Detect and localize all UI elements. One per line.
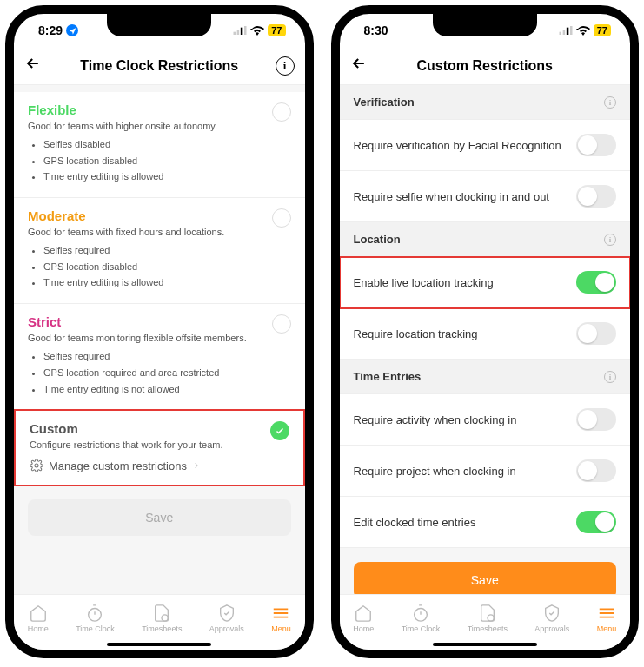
- toggle-off[interactable]: [576, 185, 616, 208]
- wifi-icon: [250, 25, 264, 36]
- info-icon[interactable]: i: [604, 371, 616, 383]
- tabbar: Home Time Clock Timesheets Approvals Men…: [14, 594, 305, 650]
- status-time: 8:30: [364, 23, 388, 37]
- radio-checked[interactable]: [270, 421, 289, 440]
- toggle-off[interactable]: [576, 134, 616, 156]
- back-button[interactable]: [350, 55, 368, 76]
- svg-rect-9: [567, 28, 569, 35]
- document-icon: [152, 604, 171, 623]
- radio-unchecked[interactable]: [272, 314, 291, 334]
- home-icon: [29, 604, 48, 623]
- option-bullet: Selfies required: [43, 348, 291, 365]
- row-facial-recognition[interactable]: Require verification by Facial Recogniti…: [340, 120, 631, 171]
- tab-time-clock[interactable]: Time Clock: [402, 604, 441, 633]
- tab-approvals[interactable]: Approvals: [209, 604, 244, 633]
- tab-menu[interactable]: Menu: [597, 604, 617, 633]
- section-verification: Verification i: [340, 85, 631, 120]
- header: Time Clock Restrictions i: [14, 47, 305, 85]
- option-title: Custom: [30, 421, 289, 436]
- status-time: 8:29: [38, 23, 63, 37]
- option-bullet: GPS location required and area restricte…: [43, 365, 291, 381]
- option-title: Moderate: [28, 208, 291, 223]
- document-icon: [478, 604, 497, 623]
- option-strict[interactable]: Strict Good for teams monitoring flexibl…: [14, 304, 305, 410]
- radio-unchecked[interactable]: [272, 208, 291, 228]
- row-edit-time-entries[interactable]: Edit clocked time entries: [340, 497, 631, 548]
- info-button[interactable]: i: [276, 56, 295, 76]
- notch: [107, 14, 211, 36]
- shield-check-icon: [542, 604, 561, 623]
- back-button[interactable]: [24, 55, 42, 76]
- tab-menu[interactable]: Menu: [271, 604, 291, 633]
- manage-custom-link[interactable]: Manage custom restrictions: [30, 459, 289, 472]
- svg-rect-7: [559, 32, 561, 35]
- content: Verification i Require verification by F…: [340, 85, 631, 594]
- row-require-location[interactable]: Require location tracking: [340, 308, 631, 360]
- cellular-icon: [559, 26, 573, 35]
- header: Custom Restrictions: [340, 47, 631, 85]
- wifi-icon: [576, 25, 590, 36]
- svg-rect-1: [237, 30, 240, 35]
- tab-timesheets[interactable]: Timesheets: [468, 604, 508, 633]
- stopwatch-icon: [411, 604, 430, 623]
- radio-unchecked[interactable]: [272, 102, 291, 122]
- option-moderate[interactable]: Moderate Good for teams with fixed hours…: [14, 198, 305, 304]
- home-icon: [354, 604, 373, 623]
- row-require-project[interactable]: Require project when clocking in: [340, 446, 631, 497]
- menu-icon: [271, 604, 290, 623]
- page-title: Custom Restrictions: [417, 58, 553, 74]
- battery-icon: 77: [594, 24, 611, 36]
- save-button: Save: [28, 499, 291, 536]
- option-bullet: GPS location disabled: [43, 153, 291, 169]
- tab-home[interactable]: Home: [353, 604, 374, 633]
- page-title: Time Clock Restrictions: [80, 58, 238, 74]
- toggle-off[interactable]: [576, 459, 616, 482]
- menu-icon: [597, 604, 616, 623]
- option-flexible[interactable]: Flexible Good for teams with higher onsi…: [14, 92, 305, 198]
- svg-rect-3: [244, 26, 247, 35]
- tab-home[interactable]: Home: [28, 604, 49, 633]
- option-bullet: Selfies required: [43, 242, 291, 259]
- option-bullet: Time entry editing is allowed: [43, 168, 291, 185]
- option-title: Strict: [28, 314, 291, 329]
- option-bullet: Selfies disabled: [43, 136, 291, 153]
- location-arrow-icon: [66, 24, 78, 36]
- section-time-entries: Time Entries i: [340, 360, 631, 394]
- svg-rect-2: [241, 28, 243, 35]
- row-selfie[interactable]: Require selfie when clocking in and out: [340, 171, 631, 222]
- section-location: Location i: [340, 222, 631, 257]
- svg-rect-0: [234, 32, 236, 35]
- notch: [433, 14, 537, 36]
- option-title: Flexible: [28, 102, 291, 117]
- option-subtitle: Good for teams monitoring flexible offsi…: [28, 333, 291, 343]
- svg-point-11: [415, 608, 428, 621]
- row-live-location[interactable]: Enable live location tracking: [340, 257, 631, 308]
- option-custom[interactable]: Custom Configure restrictions that work …: [14, 409, 305, 486]
- svg-point-6: [162, 614, 168, 620]
- row-require-activity[interactable]: Require activity when clocking in: [340, 394, 631, 446]
- phone-left: 8:29 77 Time Clock Restrictions i Flexib…: [5, 5, 314, 658]
- toggle-on[interactable]: [576, 271, 616, 294]
- svg-point-5: [89, 608, 102, 621]
- svg-rect-8: [562, 30, 565, 35]
- stopwatch-icon: [85, 604, 104, 623]
- toggle-off[interactable]: [576, 408, 616, 431]
- tab-time-clock[interactable]: Time Clock: [76, 604, 115, 633]
- option-bullet: GPS location disabled: [43, 259, 291, 275]
- tab-timesheets[interactable]: Timesheets: [142, 604, 182, 633]
- option-bullet: Time entry editing is not allowed: [43, 381, 291, 398]
- manage-label: Manage custom restrictions: [49, 459, 187, 472]
- tabbar: Home Time Clock Timesheets Approvals Men…: [340, 594, 631, 650]
- toggle-on[interactable]: [576, 511, 616, 533]
- tab-approvals[interactable]: Approvals: [534, 604, 569, 633]
- info-icon[interactable]: i: [604, 234, 616, 246]
- content: Flexible Good for teams with higher onsi…: [14, 85, 305, 594]
- save-button[interactable]: Save: [354, 562, 617, 594]
- toggle-off[interactable]: [576, 322, 616, 345]
- option-subtitle: Configure restrictions that work for you…: [30, 439, 289, 450]
- info-icon[interactable]: i: [604, 96, 616, 109]
- gear-icon: [30, 459, 43, 472]
- option-subtitle: Good for teams with fixed hours and loca…: [28, 227, 291, 237]
- option-bullet: Time entry editing is allowed: [43, 274, 291, 291]
- home-indicator: [107, 643, 211, 646]
